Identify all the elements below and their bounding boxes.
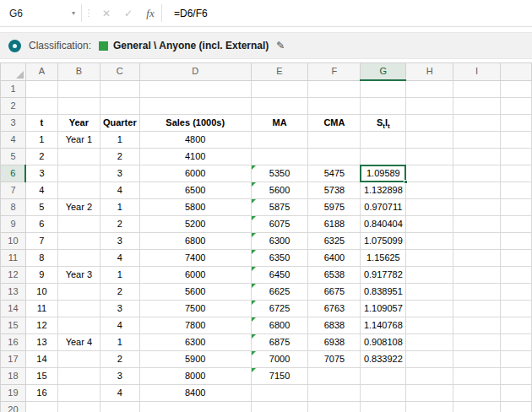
row-header-10[interactable]: 10 xyxy=(1,232,26,249)
enter-button[interactable]: ✓ xyxy=(117,0,139,26)
cell-A20[interactable] xyxy=(25,401,57,412)
cell-F9[interactable]: 6188 xyxy=(308,215,361,232)
cell-c109[interactable] xyxy=(501,215,532,232)
cell-C6[interactable]: 3 xyxy=(100,165,139,182)
cell-I1[interactable] xyxy=(453,80,501,97)
cell-C5[interactable]: 2 xyxy=(100,148,139,165)
cell-F3[interactable]: CMA xyxy=(308,114,361,131)
cell-D1[interactable] xyxy=(139,80,251,97)
cell-C1[interactable] xyxy=(100,80,139,97)
cell-C8[interactable]: 1 xyxy=(100,198,139,215)
row-header-16[interactable]: 16 xyxy=(1,333,26,350)
col-header-E[interactable]: E xyxy=(251,63,308,81)
cell-H2[interactable] xyxy=(406,97,453,114)
cell-C17[interactable]: 2 xyxy=(100,350,139,367)
cell-c1017[interactable] xyxy=(501,350,532,367)
cell-F19[interactable] xyxy=(308,384,361,401)
cell-F5[interactable] xyxy=(308,148,361,165)
cell-H10[interactable] xyxy=(406,232,453,249)
row-header-5[interactable]: 5 xyxy=(1,148,26,165)
cell-H9[interactable] xyxy=(406,215,453,232)
cell-D17[interactable]: 5900 xyxy=(139,350,251,367)
row-header-12[interactable]: 12 xyxy=(1,266,26,283)
cell-E14[interactable]: 6725 xyxy=(251,300,308,317)
cell-B7[interactable] xyxy=(57,182,100,198)
cell-D16[interactable]: 6300 xyxy=(139,333,251,350)
cell-C15[interactable]: 4 xyxy=(100,317,139,333)
cell-c1016[interactable] xyxy=(501,333,532,350)
name-box[interactable]: G6 ▾ xyxy=(0,0,81,26)
cell-H4[interactable] xyxy=(406,131,453,148)
cell-E9[interactable]: 6075 xyxy=(251,215,308,232)
cell-G14[interactable]: 1.109057 xyxy=(361,300,406,317)
cell-c1019[interactable] xyxy=(501,384,532,401)
cell-C18[interactable]: 3 xyxy=(100,367,139,384)
cell-B8[interactable]: Year 2 xyxy=(57,198,100,215)
cell-D18[interactable]: 8000 xyxy=(139,367,251,384)
cell-c101[interactable] xyxy=(501,80,532,97)
row-header-8[interactable]: 8 xyxy=(1,198,26,215)
cell-D12[interactable]: 6000 xyxy=(139,266,251,283)
cell-F10[interactable]: 6325 xyxy=(308,232,361,249)
cell-E4[interactable] xyxy=(251,131,308,148)
cell-E6[interactable]: 5350 xyxy=(251,165,308,182)
cell-G15[interactable]: 1.140768 xyxy=(361,317,406,333)
cell-B3[interactable]: Year xyxy=(57,114,100,131)
cell-E15[interactable]: 6800 xyxy=(251,317,308,333)
cell-E8[interactable]: 5875 xyxy=(251,198,308,215)
row-header-20[interactable]: 20 xyxy=(1,401,26,412)
cell-G1[interactable] xyxy=(361,80,406,97)
cell-F7[interactable]: 5738 xyxy=(308,182,361,198)
cell-D19[interactable]: 8400 xyxy=(139,384,251,401)
cell-C13[interactable]: 2 xyxy=(100,283,139,300)
cell-I13[interactable] xyxy=(453,283,501,300)
cell-A9[interactable]: 6 xyxy=(25,215,57,232)
row-header-13[interactable]: 13 xyxy=(1,283,26,300)
cell-A10[interactable]: 7 xyxy=(25,232,57,249)
row-header-19[interactable]: 19 xyxy=(1,384,26,401)
cell-I6[interactable] xyxy=(453,165,501,182)
cell-F1[interactable] xyxy=(308,80,361,97)
cell-G20[interactable] xyxy=(361,401,406,412)
cell-D4[interactable]: 4800 xyxy=(139,131,251,148)
cell-H11[interactable] xyxy=(406,249,453,266)
cell-B6[interactable] xyxy=(57,165,100,182)
cell-I16[interactable] xyxy=(453,333,501,350)
row-header-3[interactable]: 3 xyxy=(1,114,26,131)
cell-A5[interactable]: 2 xyxy=(25,148,57,165)
cell-G17[interactable]: 0.833922 xyxy=(361,350,406,367)
cell-c107[interactable] xyxy=(501,182,532,198)
cell-I4[interactable] xyxy=(453,131,501,148)
cell-E3[interactable]: MA xyxy=(251,114,308,131)
cell-c1020[interactable] xyxy=(501,401,532,412)
cell-C2[interactable] xyxy=(100,97,139,114)
cell-I2[interactable] xyxy=(453,97,501,114)
cell-A18[interactable]: 15 xyxy=(25,367,57,384)
cell-F16[interactable]: 6938 xyxy=(308,333,361,350)
cell-F20[interactable] xyxy=(308,401,361,412)
row-header-7[interactable]: 7 xyxy=(1,182,26,198)
row-header-11[interactable]: 11 xyxy=(1,249,26,266)
cell-B13[interactable] xyxy=(57,283,100,300)
cell-G11[interactable]: 1.15625 xyxy=(361,249,406,266)
cell-c1013[interactable] xyxy=(501,283,532,300)
cell-C10[interactable]: 3 xyxy=(100,232,139,249)
cell-B16[interactable]: Year 4 xyxy=(57,333,100,350)
cell-B14[interactable] xyxy=(57,300,100,317)
cell-E1[interactable] xyxy=(251,80,308,97)
cell-D15[interactable]: 7800 xyxy=(139,317,251,333)
cell-I12[interactable] xyxy=(453,266,501,283)
cell-E16[interactable]: 6875 xyxy=(251,333,308,350)
cell-c108[interactable] xyxy=(501,198,532,215)
cell-D3[interactable]: Sales (1000s) xyxy=(139,114,251,131)
row-header-4[interactable]: 4 xyxy=(1,131,26,148)
cell-I7[interactable] xyxy=(453,182,501,198)
cell-G3[interactable]: StIt xyxy=(361,114,406,131)
cell-A7[interactable]: 4 xyxy=(25,182,57,198)
cell-A16[interactable]: 13 xyxy=(25,333,57,350)
cell-G6[interactable]: 1.09589 xyxy=(361,165,406,182)
fill-handle[interactable] xyxy=(404,180,408,184)
cell-B1[interactable] xyxy=(57,80,100,97)
cell-c102[interactable] xyxy=(501,97,532,114)
cell-A4[interactable]: 1 xyxy=(25,131,57,148)
